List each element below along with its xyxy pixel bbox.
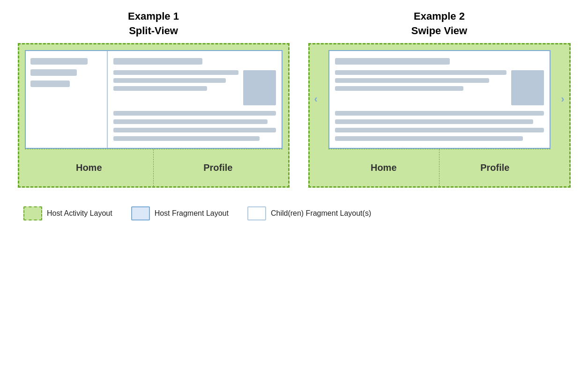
sidebar-line-2	[30, 69, 77, 76]
example2-nav-home[interactable]: Home	[328, 149, 440, 186]
detail-header	[113, 58, 203, 65]
detail-standalone	[113, 111, 276, 141]
example2-line-3	[335, 86, 464, 91]
standalone-line-3	[113, 128, 276, 132]
example2-standalone-4	[335, 136, 523, 141]
legend-host-activity-label: Host Activity Layout	[47, 209, 112, 218]
sidebar-line-3	[30, 81, 70, 87]
detail-line-2	[113, 78, 226, 83]
example2-title-line2: Swipe View	[411, 24, 467, 38]
example2-standalone	[335, 111, 544, 141]
example2-title: Example 2 Swipe View	[411, 9, 467, 38]
example1-title: Example 1 Split-View	[128, 9, 179, 38]
legend-host-fragment: Host Fragment Layout	[131, 206, 229, 220]
example2-detail	[329, 51, 550, 148]
example1-nav-home-label: Home	[76, 162, 102, 173]
example2-nav-profile[interactable]: Profile	[439, 149, 551, 186]
page-container: Example 1 Split-View	[9, 9, 579, 230]
legend-host-activity-box	[23, 206, 42, 220]
example2-nav-profile-label: Profile	[480, 162, 509, 173]
example2-image	[511, 70, 544, 105]
example2-nav-home-label: Home	[371, 162, 397, 173]
standalone-line-1	[113, 111, 276, 116]
example2-title-line1: Example 2	[411, 9, 467, 24]
example2-content-row	[335, 70, 544, 105]
example2-host-fragment: ‹	[328, 50, 551, 149]
standalone-line-2	[113, 119, 268, 124]
example2-detail-header	[335, 58, 450, 65]
example1-host-fragment	[25, 50, 283, 149]
example1-nav-home[interactable]: Home	[25, 149, 154, 186]
example2-standalone-3	[335, 128, 544, 132]
legend-host-activity: Host Activity Layout	[23, 206, 112, 220]
example1-host-activity: Home Profile	[18, 43, 290, 188]
sidebar-line-1	[30, 58, 88, 65]
example2-nav-bar: Home Profile	[328, 149, 551, 186]
legend-child-fragment: Child(ren) Fragment Layout(s)	[247, 206, 371, 220]
swipe-left-icon: ‹	[314, 93, 318, 105]
legend-row: Host Activity Layout Host Fragment Layou…	[9, 197, 579, 230]
standalone-line-4	[113, 136, 260, 141]
detail-line-3	[113, 86, 207, 91]
legend-host-fragment-box	[131, 206, 150, 220]
example2-line-2	[335, 78, 489, 83]
detail-image	[243, 70, 276, 105]
example2-standalone-1	[335, 111, 544, 116]
detail-text-lines	[113, 70, 238, 91]
example1-detail	[108, 51, 282, 148]
example1-title-line1: Example 1	[128, 9, 179, 24]
swipe-right-button[interactable]: ›	[561, 93, 564, 105]
example1-title-line2: Split-View	[128, 24, 179, 38]
legend-child-fragment-box	[247, 206, 266, 220]
example1-wrapper: Example 1 Split-View	[18, 9, 290, 188]
example2-text-lines	[335, 70, 506, 91]
detail-content-row	[113, 70, 276, 105]
example1-nav-profile[interactable]: Profile	[154, 149, 283, 186]
legend-host-fragment-label: Host Fragment Layout	[155, 209, 229, 218]
example2-line-1	[335, 70, 506, 75]
example1-nav-profile-label: Profile	[203, 162, 232, 173]
example1-nav-bar: Home Profile	[25, 149, 283, 186]
swipe-left-button[interactable]: ‹	[314, 93, 318, 105]
examples-row: Example 1 Split-View	[9, 9, 579, 188]
example1-sidebar	[26, 51, 108, 148]
detail-line-1	[113, 70, 238, 75]
example2-wrapper: Example 2 Swipe View ‹	[308, 9, 571, 188]
swipe-right-icon: ›	[561, 93, 564, 105]
legend-child-fragment-label: Child(ren) Fragment Layout(s)	[271, 209, 371, 218]
example2-host-activity: ‹	[308, 43, 571, 188]
example2-standalone-2	[335, 119, 534, 124]
